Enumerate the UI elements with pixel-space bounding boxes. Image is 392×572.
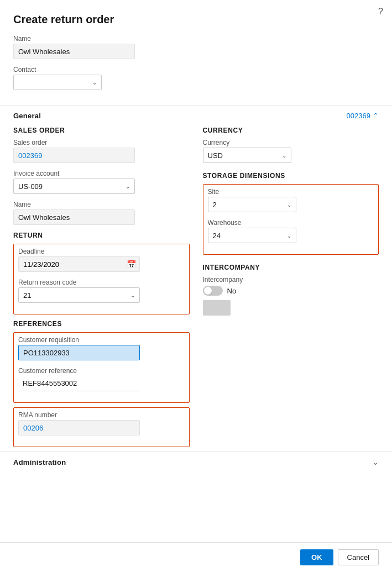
administration-section: Administration ⌄ bbox=[0, 452, 392, 472]
general-section-header: General 002369 ⌃ bbox=[0, 106, 392, 123]
currency-subsection-title: CURRENCY bbox=[203, 127, 379, 134]
warehouse-field-group: Warehouse 24 ⌄ bbox=[208, 219, 374, 243]
currency-chevron-icon: ⌄ bbox=[282, 153, 286, 159]
name-so-field-group: Name Owl Wholesales bbox=[13, 201, 190, 225]
references-red-outline: Customer requisition PO113302933 Custome… bbox=[13, 332, 190, 403]
invoice-account-field-group: Invoice account US-009 ⌄ bbox=[13, 170, 190, 194]
customer-ref-value: REF8445553002 bbox=[18, 376, 140, 391]
customer-req-field-group: Customer requisition PO113302933 bbox=[18, 336, 185, 360]
administration-chevron-icon[interactable]: ⌄ bbox=[372, 458, 379, 466]
references-subsection: REFERENCES Customer requisition PO113302… bbox=[13, 320, 190, 447]
sales-order-field-group: Sales order 002369 bbox=[13, 139, 190, 163]
deadline-input[interactable] bbox=[19, 258, 123, 271]
site-chevron-icon: ⌄ bbox=[287, 202, 291, 208]
intercompany-title: INTERCOMPANY bbox=[203, 264, 379, 271]
contact-label: Contact bbox=[13, 66, 379, 74]
customer-req-value[interactable]: PO113302933 bbox=[18, 345, 140, 360]
invoice-account-chevron-icon: ⌄ bbox=[126, 183, 130, 190]
deadline-input-wrapper: 📅 bbox=[18, 256, 140, 272]
general-section-title: General bbox=[13, 112, 41, 120]
name-so-label: Name bbox=[13, 201, 190, 208]
site-label: Site bbox=[208, 188, 374, 196]
rma-field-group: RMA number 00206 bbox=[18, 411, 185, 435]
name-so-value: Owl Wholesales bbox=[13, 209, 135, 225]
dialog-footer: OK Cancel bbox=[0, 542, 392, 572]
site-field-group: Site 2 ⌄ bbox=[208, 188, 374, 212]
currency-label: Currency bbox=[203, 139, 379, 146]
sales-order-subsection-title: SALES ORDER bbox=[13, 127, 190, 134]
currency-field-group: Currency USD ⌄ bbox=[203, 139, 379, 163]
administration-title: Administration bbox=[13, 458, 66, 466]
left-column: SALES ORDER Sales order 002369 Invoice a… bbox=[13, 123, 203, 452]
contact-chevron-icon: ⌄ bbox=[92, 80, 97, 86]
site-value: 2 bbox=[213, 201, 217, 209]
sales-order-label: Sales order bbox=[13, 139, 190, 146]
warehouse-value: 24 bbox=[213, 232, 221, 240]
intercompany-subsection: INTERCOMPANY Intercompany No bbox=[203, 264, 379, 317]
dialog-title: Create return order bbox=[0, 0, 392, 35]
site-red-outline: Site 2 ⌄ Warehouse 24 ⌄ bbox=[203, 184, 379, 255]
intercompany-toggle[interactable] bbox=[203, 286, 223, 296]
intercompany-gray-button[interactable] bbox=[203, 300, 231, 316]
general-collapse-icon: ⌃ bbox=[373, 112, 379, 120]
storage-dimensions-subsection: STORAGE DIMENSIONS Site 2 ⌄ Wareho bbox=[203, 172, 379, 255]
toggle-knob bbox=[204, 287, 212, 295]
name-value: Owl Wholesales bbox=[13, 44, 135, 59]
contact-dropdown[interactable]: ⌄ bbox=[13, 75, 102, 90]
deadline-label: Deadline bbox=[18, 248, 185, 255]
help-icon[interactable]: ? bbox=[378, 7, 383, 17]
references-subsection-title: REFERENCES bbox=[13, 320, 190, 328]
scrollable-content: Name Owl Wholesales Contact ⌄ General 00… bbox=[0, 35, 392, 572]
general-section-link[interactable]: 002369 ⌃ bbox=[347, 112, 379, 120]
general-content: SALES ORDER Sales order 002369 Invoice a… bbox=[0, 123, 392, 452]
return-reason-value: 21 bbox=[23, 291, 31, 300]
customer-req-label: Customer requisition bbox=[18, 336, 185, 344]
cancel-button[interactable]: Cancel bbox=[338, 549, 379, 565]
warehouse-label: Warehouse bbox=[208, 219, 374, 227]
return-reason-field-group: Return reason code 21 ⌄ bbox=[18, 279, 185, 303]
create-return-order-dialog: ? Create return order Name Owl Wholesale… bbox=[0, 0, 392, 572]
storage-dimensions-title: STORAGE DIMENSIONS bbox=[203, 172, 379, 180]
return-subsection-title: RETURN bbox=[13, 232, 190, 239]
intercompany-toggle-container: No bbox=[203, 286, 379, 296]
ok-button[interactable]: OK bbox=[300, 549, 333, 565]
return-red-outline: Deadline 📅 Return reason code 21 ⌄ bbox=[13, 244, 190, 314]
invoice-account-value: US-009 bbox=[18, 182, 43, 191]
intercompany-toggle-label: No bbox=[227, 287, 237, 295]
intercompany-label: Intercompany bbox=[203, 276, 379, 284]
name-section: Name Owl Wholesales Contact ⌄ bbox=[0, 35, 392, 103]
rma-label: RMA number bbox=[18, 411, 185, 419]
rma-value: 00206 bbox=[18, 420, 140, 435]
return-reason-chevron-icon: ⌄ bbox=[130, 292, 135, 298]
rma-red-outline: RMA number 00206 bbox=[13, 407, 190, 447]
invoice-account-dropdown[interactable]: US-009 ⌄ bbox=[13, 179, 135, 194]
currency-dropdown[interactable]: USD ⌄ bbox=[203, 148, 291, 163]
name-label: Name bbox=[13, 35, 379, 43]
site-dropdown[interactable]: 2 ⌄ bbox=[208, 197, 296, 212]
customer-ref-label: Customer reference bbox=[18, 367, 185, 375]
warehouse-dropdown[interactable]: 24 ⌄ bbox=[208, 228, 296, 243]
return-reason-dropdown[interactable]: 21 ⌄ bbox=[18, 287, 140, 303]
invoice-account-label: Invoice account bbox=[13, 170, 190, 177]
customer-ref-field-group: Customer reference REF8445553002 bbox=[18, 367, 185, 391]
warehouse-chevron-icon: ⌄ bbox=[287, 233, 291, 239]
calendar-icon[interactable]: 📅 bbox=[123, 260, 139, 269]
deadline-field-group: Deadline 📅 bbox=[18, 248, 185, 272]
return-subsection: RETURN Deadline 📅 Return reason code bbox=[13, 232, 190, 314]
return-reason-label: Return reason code bbox=[18, 279, 185, 286]
contact-field-group: Contact ⌄ bbox=[13, 66, 379, 90]
general-link-value: 002369 bbox=[347, 112, 370, 120]
sales-order-value: 002369 bbox=[13, 148, 135, 163]
currency-value: USD bbox=[208, 151, 223, 160]
name-field-group: Name Owl Wholesales bbox=[13, 35, 379, 59]
right-column: CURRENCY Currency USD ⌄ STORAGE DIMENSIO… bbox=[203, 123, 379, 452]
